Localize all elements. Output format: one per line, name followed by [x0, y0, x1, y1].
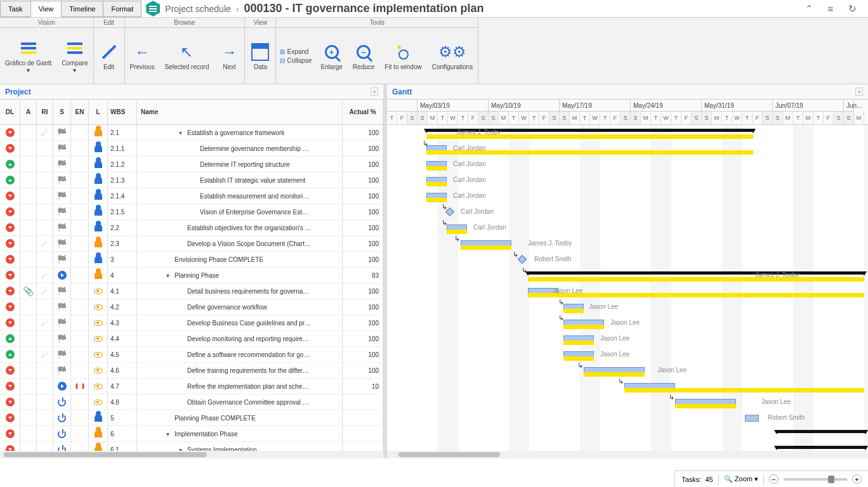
actual-cell: 100: [343, 157, 383, 172]
gantt-icon: [18, 38, 39, 58]
status-icon: [6, 128, 15, 137]
col-en[interactable]: EN: [71, 100, 89, 124]
col-actual[interactable]: Actual %: [343, 100, 383, 124]
table-row[interactable]: 📎☄🏁4.1Detail business requirements for g…: [0, 283, 383, 299]
configurations-button[interactable]: ⚙⚙ Configurations: [427, 28, 478, 84]
table-row[interactable]: ☄🏁4.3Develop Business Case guidelines an…: [0, 315, 383, 331]
person-icon: [95, 430, 102, 438]
table-row[interactable]: ☄🏁2.1▾Establish a governance framework10…: [0, 125, 383, 141]
gantt-bar-summary[interactable]: [777, 430, 865, 433]
day-header: S: [549, 112, 560, 124]
flag-icon: 🏁: [57, 239, 67, 248]
zoom-in-footer[interactable]: +: [852, 474, 862, 484]
col-dl[interactable]: DL: [0, 100, 20, 124]
col-a[interactable]: A: [20, 100, 37, 124]
table-row[interactable]: 6.1▾Systems Implementation: [0, 442, 383, 451]
list-icon[interactable]: ≡: [825, 3, 836, 15]
tab-timeline[interactable]: Timeline: [61, 1, 103, 17]
status-icon: [6, 334, 15, 343]
assignee-label: Carl Jordan: [453, 160, 486, 167]
wbs-cell: 2.1.2: [108, 157, 137, 172]
milestone-diamond[interactable]: [518, 255, 527, 264]
table-row[interactable]: ☄🏁2.3Develop a Vision Scope Document (Ch…: [0, 236, 383, 252]
gantt-bar-baseline: [624, 388, 864, 393]
name-cell: Determine governance membership …: [137, 141, 343, 156]
gantt-bar-summary[interactable]: [777, 446, 865, 449]
table-row[interactable]: 🏁2.1.1Determine governance membership …1…: [0, 141, 383, 157]
actual-cell: 100: [343, 347, 383, 362]
tasks-count: Tasks: 45: [681, 476, 713, 483]
col-ri[interactable]: RI: [37, 100, 53, 124]
zoom-out-footer[interactable]: −: [769, 474, 779, 484]
gantt-row: Carl Jordan: [387, 188, 868, 204]
day-header: M: [499, 112, 509, 124]
next-button[interactable]: → Next: [214, 28, 244, 84]
collapse-right-icon[interactable]: »: [855, 88, 863, 96]
table-row[interactable]: 🏁4.6Define training requirements for the…: [0, 363, 383, 379]
day-header: W: [661, 112, 671, 124]
collapse-left-icon[interactable]: «: [371, 88, 378, 96]
eye-icon: [94, 368, 103, 373]
dependency-arrow-icon: ↳: [558, 314, 564, 322]
table-row[interactable]: ☄🏁4.5Define a software recommendation fo…: [0, 347, 383, 363]
table-row[interactable]: 🏁4.2Define governance workflow100: [0, 299, 383, 315]
col-name[interactable]: Name: [137, 100, 343, 124]
compare-icon: [65, 38, 85, 58]
left-hscroll[interactable]: [0, 451, 383, 458]
day-header: W: [732, 112, 742, 124]
reduce-button[interactable]: − Reduce: [348, 28, 379, 84]
wbs-cell: 2.1.4: [108, 188, 137, 204]
collapse-button[interactable]: ⊟ Collapse: [280, 57, 312, 64]
refresh-icon[interactable]: ↻: [846, 3, 858, 15]
wbs-cell: 4.5: [108, 347, 137, 362]
gantt-bar-baseline: [426, 182, 447, 186]
ribbon-group-browse: Browse: [125, 18, 245, 28]
col-s[interactable]: S: [53, 100, 71, 124]
compare-button[interactable]: Compare▾: [56, 28, 93, 84]
wbs-cell: 4.1: [108, 283, 137, 299]
previous-button[interactable]: ← Previous: [125, 28, 160, 84]
selected-record-button[interactable]: ↖ Selected record: [159, 28, 214, 84]
table-row[interactable]: ☄4▾Planning Phase83: [0, 268, 383, 283]
right-hscroll[interactable]: [387, 451, 868, 458]
fire-icon: ☄: [41, 271, 49, 280]
col-l[interactable]: L: [89, 100, 108, 124]
gantt-bar-summary[interactable]: [528, 271, 864, 275]
zoom-slider[interactable]: [784, 478, 847, 481]
gantt-bar-prog[interactable]: [745, 415, 759, 422]
fit-window-button[interactable]: ☀ Fit to window: [379, 28, 426, 84]
table-row[interactable]: 🏁2.1.3Establish IT strategic value state…: [0, 172, 383, 188]
name-cell: Establish IT strategic value statement: [137, 172, 343, 188]
tab-view[interactable]: View: [30, 1, 62, 17]
arrow-left-icon: ←: [132, 42, 152, 62]
table-row[interactable]: 4.8Obtain Governance Committee approval …: [0, 394, 383, 410]
table-row[interactable]: 4.7Refine the implementation plan and sc…: [0, 379, 383, 394]
table-row[interactable]: 🏁2.1.2Determine IT reporting structure10…: [0, 157, 383, 172]
expand-button[interactable]: ⊞ Expand: [280, 48, 312, 55]
table-row[interactable]: 6▾Implementation Phase: [0, 426, 383, 442]
gantt-chart-button[interactable]: Gráfico de Gantt▾: [0, 28, 56, 84]
status-icon: [6, 350, 15, 359]
table-row[interactable]: 🏁2.1.4Establish measurement and monitori…: [0, 188, 383, 204]
table-row[interactable]: 5Planning Phase COMPLETE: [0, 410, 383, 426]
eye-icon: [94, 320, 103, 326]
collapse-up-icon[interactable]: ⌃: [803, 3, 815, 15]
table-row[interactable]: 🏁4.4Develop monitoring and reporting req…: [0, 331, 383, 347]
name-cell: Refine the implementation plan and sche…: [137, 379, 343, 394]
data-button[interactable]: Data: [245, 28, 275, 84]
edit-button[interactable]: Edit: [94, 28, 124, 84]
col-wbs[interactable]: WBS: [108, 100, 137, 124]
cursor-icon: ↖: [176, 42, 197, 62]
actual-cell: [343, 442, 383, 451]
app-icon: [146, 1, 160, 16]
table-row[interactable]: 🏁2.1.5Vision of Enterprise Governance Es…: [0, 204, 383, 220]
gantt-row: Robert Smith↳: [387, 252, 868, 268]
table-row[interactable]: 🏁2.2Establish objectives for the organiz…: [0, 220, 383, 236]
tab-format[interactable]: Format: [103, 1, 141, 17]
person-icon: [95, 208, 102, 216]
table-row[interactable]: 🏁3Envisioning Phase COMPLETE100: [0, 252, 383, 268]
gantt-row: Carl Jordan↳: [387, 220, 868, 236]
enlarge-button[interactable]: + Enlarge: [315, 28, 347, 84]
tab-task[interactable]: Task: [0, 1, 31, 17]
zoom-button[interactable]: 🔍 Zoom ▾: [724, 475, 758, 483]
